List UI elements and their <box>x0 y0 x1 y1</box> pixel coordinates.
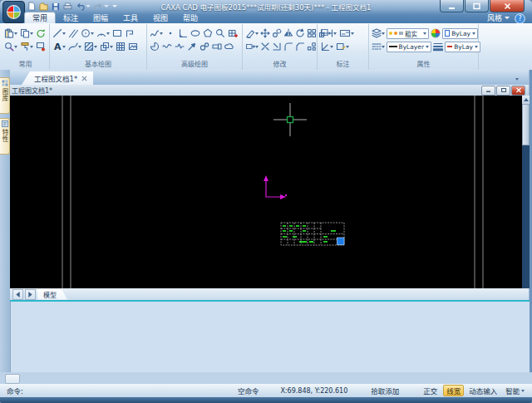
fillet-button[interactable] <box>283 42 294 52</box>
rectangle-button[interactable] <box>111 28 123 38</box>
copy-button[interactable] <box>19 28 34 38</box>
parallel-button[interactable] <box>67 28 79 38</box>
lineweight-button[interactable] <box>432 42 444 52</box>
dimension-edit-button[interactable] <box>335 42 350 52</box>
ortho-toggle[interactable]: 正交 <box>421 386 440 396</box>
sidebar-tab-properties[interactable]: 特性 <box>0 118 10 155</box>
command-input-tab[interactable] <box>5 374 20 384</box>
table-button[interactable] <box>227 28 239 38</box>
arc-button[interactable] <box>96 28 111 38</box>
cloud-line-button[interactable] <box>224 42 235 52</box>
grip-handle[interactable] <box>337 238 345 245</box>
open-button[interactable] <box>39 2 48 11</box>
next-sheet-button[interactable] <box>25 289 36 300</box>
point-button[interactable] <box>165 28 176 38</box>
tab-list-caret-icon[interactable] <box>515 78 519 82</box>
dimension-style-button[interactable] <box>338 28 355 38</box>
tab-help[interactable]: 帮助 <box>175 12 205 23</box>
undo-button[interactable] <box>76 2 91 11</box>
coordinate-dimension-button[interactable] <box>319 42 334 52</box>
tab-common[interactable]: 常用 <box>24 12 56 23</box>
document-tab[interactable]: 工程图文档1* <box>22 71 93 85</box>
extend-button[interactable] <box>271 42 283 52</box>
command-history-pane[interactable] <box>10 302 530 372</box>
vertical-scrollbar[interactable] <box>522 96 530 288</box>
color-select[interactable]: ByLay <box>442 28 478 39</box>
linewidth-toggle[interactable]: 线宽 <box>443 385 464 396</box>
sidebar-tab-library[interactable]: 图库 <box>0 77 10 114</box>
break-line-button[interactable] <box>174 42 185 52</box>
save-button[interactable] <box>52 2 60 11</box>
style-button[interactable]: 风格 <box>487 12 510 23</box>
format-painter-button[interactable] <box>19 42 34 52</box>
refresh-button[interactable] <box>35 28 47 38</box>
wave-line-button[interactable] <box>161 42 173 52</box>
minimize-button[interactable] <box>440 0 464 12</box>
local-magnify-button[interactable] <box>214 28 226 38</box>
curve-button[interactable] <box>149 28 164 38</box>
tab-sheet[interactable]: 图幅 <box>86 12 116 23</box>
arrow-button[interactable] <box>186 42 198 52</box>
lineweight-select[interactable]: ByLay <box>445 42 480 52</box>
linetype-select[interactable]: ByLayer <box>387 42 431 52</box>
smart-pick-toggle[interactable]: 智能 <box>503 386 527 396</box>
paste-button[interactable] <box>3 28 18 38</box>
ribbon-group-basic-draw: A 基本绘图 <box>50 24 147 70</box>
tab-dimension[interactable]: 标注 <box>56 12 86 23</box>
layers-button[interactable] <box>371 28 386 38</box>
trim-button[interactable] <box>259 42 271 52</box>
drawing-canvas[interactable] <box>10 96 522 288</box>
image-button[interactable] <box>127 42 139 52</box>
polygon-button[interactable] <box>202 28 214 38</box>
qat-customize-button[interactable] <box>112 2 117 10</box>
child-close-button[interactable] <box>511 86 525 96</box>
color-wheel-button[interactable] <box>430 28 441 38</box>
line-button[interactable] <box>52 28 66 38</box>
redo-caret-icon[interactable] <box>104 5 109 10</box>
close-button[interactable] <box>490 0 525 12</box>
linetype-button[interactable] <box>371 42 386 52</box>
print-button[interactable] <box>63 2 72 11</box>
move-button[interactable] <box>259 28 271 38</box>
app-menu-button[interactable] <box>2 1 25 23</box>
redo-button[interactable] <box>94 2 109 11</box>
update-display-button[interactable] <box>35 42 47 52</box>
angle-line-button[interactable] <box>177 28 189 38</box>
mirror-button[interactable] <box>283 28 294 38</box>
layer-select[interactable]: 粗实 <box>387 28 429 39</box>
tab-close-icon[interactable] <box>81 76 87 81</box>
help-button[interactable]: ? <box>515 12 525 22</box>
model-tab[interactable]: 模型 <box>37 289 67 300</box>
shaft-button[interactable] <box>211 42 223 52</box>
scrollbar-thumb[interactable] <box>522 104 530 145</box>
circle-button[interactable] <box>80 28 95 38</box>
child-restore-button[interactable] <box>496 86 510 96</box>
undo-caret-icon[interactable] <box>86 5 91 10</box>
grid-button[interactable] <box>115 42 126 52</box>
spline-button[interactable] <box>67 42 82 52</box>
gear-button[interactable] <box>199 42 210 52</box>
prev-sheet-button[interactable] <box>12 289 23 300</box>
pie-button[interactable] <box>149 42 160 52</box>
child-minimize-button[interactable] <box>481 86 495 96</box>
rotate-button[interactable] <box>294 28 306 38</box>
array-button[interactable] <box>306 28 318 38</box>
polyline-button[interactable] <box>124 28 135 38</box>
explode-button[interactable] <box>306 42 318 52</box>
dynamic-input-toggle[interactable]: 动态输入 <box>466 386 500 396</box>
dimension-button[interactable] <box>319 28 337 38</box>
delete-button[interactable] <box>244 28 259 38</box>
new-button[interactable] <box>27 2 36 11</box>
chamfer-button[interactable] <box>294 42 306 52</box>
copy-offset-button[interactable] <box>271 28 283 38</box>
text-button[interactable]: A <box>52 42 66 52</box>
tab-view[interactable]: 视图 <box>145 12 175 23</box>
hatch-button[interactable] <box>83 42 98 52</box>
zoom-button[interactable] <box>3 42 18 52</box>
tab-tools[interactable]: 工具 <box>116 12 145 23</box>
block-button[interactable] <box>99 42 114 52</box>
scroll-up-button[interactable] <box>522 96 530 104</box>
maximize-button[interactable] <box>465 0 489 12</box>
stretch-button[interactable] <box>244 42 259 52</box>
ellipse-button[interactable] <box>190 28 201 38</box>
